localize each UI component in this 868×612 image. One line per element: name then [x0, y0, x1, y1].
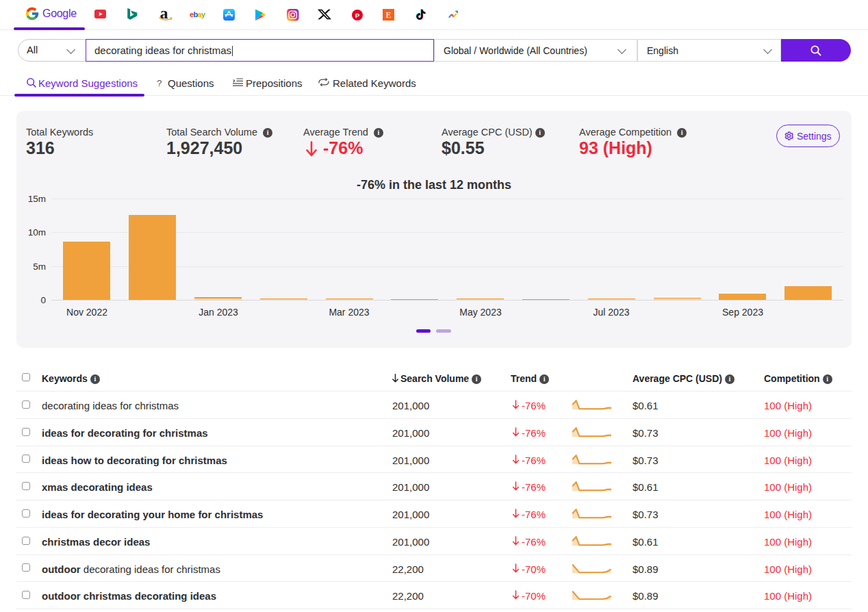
svg-text:P: P: [355, 12, 360, 19]
